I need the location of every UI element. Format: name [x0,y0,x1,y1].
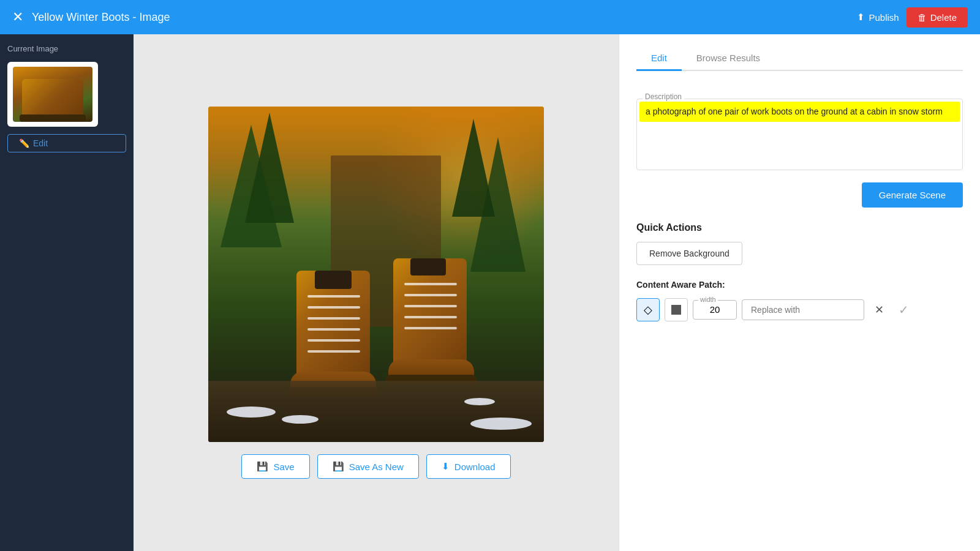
description-label: Description [643,92,684,101]
action-buttons: 💾 Save 💾 Save As New ⬇ Download [241,454,510,479]
quick-actions-section: Quick Actions Remove Background Content … [636,222,963,321]
sidebar: Current Image ✏️ Edit [0,34,134,551]
save-button[interactable]: 💾 Save [241,454,309,479]
close-button[interactable]: ✕ [12,10,23,24]
download-label: Download [454,462,496,472]
download-icon: ⬇ [442,461,450,472]
tab-browse-results[interactable]: Browse Results [682,47,775,71]
current-image-thumbnail [7,62,98,127]
tabs: Edit Browse Results [636,47,963,71]
width-input-wrapper: width [693,300,737,320]
topbar-right: ⬆ Publish 🗑 Delete [857,7,968,28]
generate-scene-button[interactable]: Generate Scene [862,182,963,208]
sidebar-section-label: Current Image [7,44,126,53]
save-as-new-button[interactable]: 💾 Save As New [317,454,419,479]
description-textarea[interactable] [639,122,960,165]
eraser-tool-button[interactable]: ◇ [636,298,660,321]
edit-sidebar-button[interactable]: ✏️ Edit [7,134,126,152]
confirm-button[interactable]: ✓ [894,300,913,320]
upload-icon: ⬆ [857,12,865,23]
save-label: Save [273,462,294,472]
close-icon: ✕ [875,303,884,317]
canvas-area: 💾 Save 💾 Save As New ⬇ Download [134,34,619,551]
tab-edit[interactable]: Edit [636,47,682,71]
content-aware-tools: ◇ width ✕ ✓ [636,298,963,321]
page-title: Yellow Winter Boots - Image [32,11,170,24]
publish-label: Publish [869,12,899,23]
edit-sidebar-label: Edit [33,138,48,148]
save-as-new-icon: 💾 [333,461,344,472]
download-button[interactable]: ⬇ Download [426,454,511,479]
check-icon: ✓ [899,302,909,317]
description-section: Description a photograph of one pair of … [636,86,963,170]
width-input[interactable] [699,304,730,315]
main-image [208,107,544,442]
pencil-icon: ✏️ [19,138,29,148]
square-tool-button[interactable] [665,298,688,321]
description-highlight[interactable]: a photograph of one pair of work boots o… [639,102,960,122]
delete-label: Delete [930,12,957,23]
description-container: a photograph of one pair of work boots o… [636,99,963,170]
publish-button[interactable]: ⬆ Publish [857,12,899,23]
width-float-label: width [698,296,718,303]
save-icon: 💾 [257,461,268,472]
trash-icon: 🗑 [918,12,927,23]
quick-actions-label: Quick Actions [636,222,963,233]
replace-with-input[interactable] [742,299,864,320]
content-aware-label: Content Aware Patch: [636,280,963,290]
eraser-icon: ◇ [644,303,652,317]
square-icon [671,305,681,315]
save-as-new-label: Save As New [349,462,404,472]
topbar: ✕ Yellow Winter Boots - Image ⬆ Publish … [0,0,980,34]
topbar-left: ✕ Yellow Winter Boots - Image [12,10,170,24]
remove-background-button[interactable]: Remove Background [636,242,742,265]
delete-button[interactable]: 🗑 Delete [907,7,968,28]
main-layout: Current Image ✏️ Edit [0,34,980,551]
clear-button[interactable]: ✕ [869,300,889,320]
right-panel: Edit Browse Results Description a photog… [619,34,980,551]
